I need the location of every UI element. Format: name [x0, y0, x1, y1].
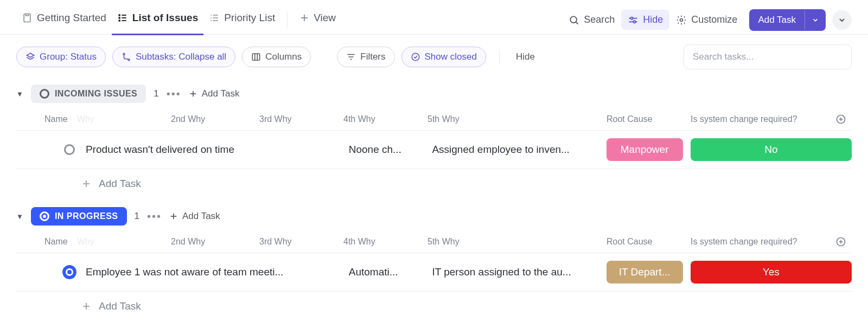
- group-chip-label: Group: Status: [40, 51, 97, 62]
- show-closed-chip[interactable]: Show closed: [401, 47, 486, 67]
- show-closed-label: Show closed: [425, 51, 477, 62]
- columns-chip[interactable]: Columns: [242, 47, 311, 67]
- svg-point-14: [634, 21, 636, 23]
- collapse-toggle[interactable]: ▼: [16, 90, 23, 98]
- col-3rd-why[interactable]: 3rd Why: [259, 237, 343, 247]
- add-task-label: Add Task: [99, 300, 141, 312]
- col-root-cause[interactable]: Root Cause: [607, 237, 691, 247]
- chevron-down-icon: [838, 16, 846, 24]
- add-view-label: View: [314, 12, 336, 24]
- add-task-dropdown[interactable]: [805, 11, 826, 29]
- status-pill-in-progress[interactable]: IN PROGRESS: [31, 207, 127, 226]
- svg-point-15: [680, 18, 683, 21]
- hide-label: Hide: [643, 14, 663, 25]
- hide-button[interactable]: Hide: [621, 10, 669, 30]
- group-add-label: Add Task: [182, 211, 220, 222]
- status-circle-icon[interactable]: [64, 267, 75, 278]
- plus-icon: [169, 212, 178, 221]
- col-3rd-why[interactable]: 3rd Why: [259, 114, 343, 124]
- more-menu[interactable]: [832, 10, 852, 30]
- doc-icon: [22, 12, 33, 23]
- system-change-badge[interactable]: Yes: [691, 261, 852, 284]
- col-4th-why[interactable]: 4th Why: [343, 237, 427, 247]
- hide-filters[interactable]: Hide: [516, 51, 535, 62]
- svg-marker-16: [27, 53, 34, 57]
- cell-4th-why: Automati...: [349, 266, 432, 278]
- subtasks-chip-label: Subtasks: Collapse all: [136, 51, 226, 62]
- col-root-cause[interactable]: Root Cause: [607, 114, 691, 124]
- col-system-change[interactable]: Is system change required?: [691, 237, 826, 247]
- add-column[interactable]: [835, 236, 846, 247]
- status-pill-incoming[interactable]: INCOMING ISSUES: [31, 85, 146, 103]
- search-input[interactable]: [684, 44, 852, 69]
- collapse-toggle[interactable]: ▼: [16, 212, 23, 221]
- add-task-label: Add Task: [749, 9, 805, 31]
- subtasks-chip[interactable]: Subtasks: Collapse all: [112, 47, 235, 67]
- svg-rect-0: [24, 14, 30, 22]
- columns-chip-label: Columns: [265, 51, 302, 62]
- tab-label: Priority List: [224, 12, 275, 24]
- col-name[interactable]: NameWhy: [44, 114, 171, 124]
- task-row[interactable]: Employee 1 was not aware of team meeti..…: [16, 253, 852, 292]
- check-circle-icon: [411, 52, 420, 62]
- group-count: 1: [154, 88, 158, 99]
- status-circle-icon[interactable]: [64, 144, 75, 155]
- col-5th-why[interactable]: 5th Why: [427, 237, 607, 247]
- col-5th-why[interactable]: 5th Why: [427, 114, 607, 124]
- group-chip[interactable]: Group: Status: [16, 47, 106, 67]
- filters-chip[interactable]: Filters: [337, 47, 394, 67]
- customize-button[interactable]: Customize: [669, 10, 744, 30]
- svg-point-18: [128, 59, 130, 61]
- add-task-row[interactable]: Add Task: [16, 169, 852, 198]
- add-column[interactable]: [835, 114, 846, 125]
- root-cause-badge[interactable]: Manpower: [607, 138, 683, 161]
- col-2nd-why[interactable]: 2nd Why: [171, 114, 259, 124]
- add-view[interactable]: View: [294, 4, 341, 35]
- column-header: NameWhy 2nd Why 3rd Why 4th Why 5th Why …: [16, 108, 852, 131]
- branch-icon: [122, 52, 131, 62]
- task-name: Employee 1 was not aware of team meeti..…: [86, 266, 349, 278]
- filter-icon: [346, 52, 356, 62]
- root-cause-badge[interactable]: IT Depart...: [607, 261, 683, 284]
- group-count: 1: [135, 211, 139, 222]
- system-change-badge[interactable]: No: [691, 138, 852, 161]
- add-task-row[interactable]: Add Task: [16, 292, 852, 321]
- svg-point-2: [119, 17, 120, 18]
- priority-list-icon: [209, 12, 220, 23]
- add-task-label: Add Task: [99, 178, 141, 190]
- group-menu[interactable]: •••: [167, 88, 181, 100]
- search-icon: [569, 15, 579, 25]
- stack-icon: [25, 52, 35, 62]
- task-row[interactable]: Product wasn't delivered on time Noone c…: [16, 131, 852, 169]
- add-task-button[interactable]: Add Task: [749, 9, 826, 31]
- group-add-task[interactable]: Add Task: [189, 88, 240, 99]
- group-add-label: Add Task: [202, 88, 240, 99]
- plus-icon: [299, 13, 309, 23]
- plus-icon: [81, 301, 91, 311]
- divider: [287, 12, 288, 28]
- tab-priority-list[interactable]: Priority List: [203, 4, 280, 35]
- svg-line-10: [576, 22, 578, 24]
- svg-point-17: [123, 53, 125, 55]
- filters-chip-label: Filters: [360, 51, 385, 62]
- col-system-change[interactable]: Is system change required?: [691, 114, 826, 124]
- group-add-task[interactable]: Add Task: [169, 211, 220, 222]
- svg-point-1: [119, 15, 120, 16]
- col-2nd-why[interactable]: 2nd Why: [171, 237, 259, 247]
- tab-label: Getting Started: [37, 12, 106, 24]
- svg-point-9: [571, 16, 577, 23]
- col-4th-why[interactable]: 4th Why: [343, 114, 427, 124]
- plus-icon: [81, 179, 91, 189]
- svg-rect-19: [252, 54, 260, 60]
- group-menu[interactable]: •••: [147, 210, 162, 223]
- tab-getting-started[interactable]: Getting Started: [16, 4, 112, 35]
- search-button[interactable]: Search: [562, 10, 621, 30]
- search-tasks[interactable]: [684, 44, 852, 69]
- columns-icon: [251, 52, 261, 62]
- status-label: INCOMING ISSUES: [55, 89, 137, 99]
- tab-list-of-issues[interactable]: List of Issues: [112, 4, 203, 35]
- column-header: NameWhy 2nd Why 3rd Why 4th Why 5th Why …: [16, 231, 852, 253]
- divider: [499, 49, 500, 65]
- col-name[interactable]: NameWhy: [44, 237, 171, 247]
- svg-point-25: [412, 53, 419, 61]
